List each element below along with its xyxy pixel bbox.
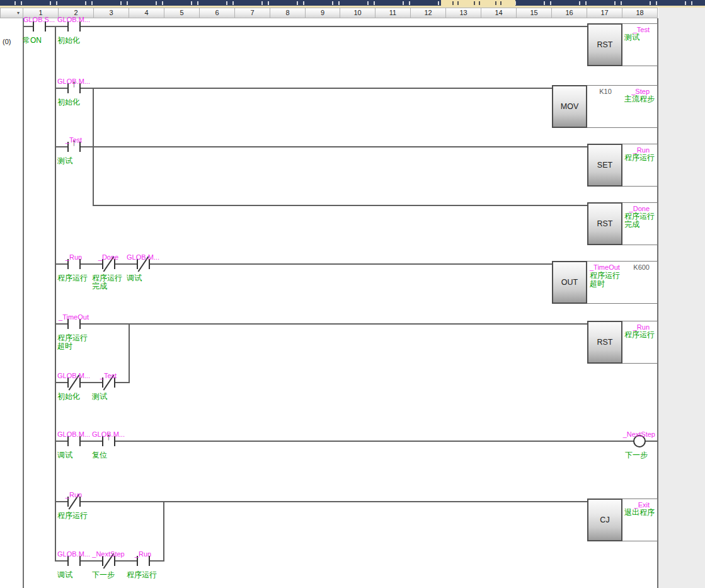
block-operand-label: _TimeOut (590, 263, 620, 271)
operand-label: _TimeOut (59, 313, 89, 321)
branch-rail (55, 26, 56, 562)
rung-line (55, 88, 552, 89)
right-side-panel (658, 8, 705, 588)
instruction-block-out[interactable]: OUT _TimeOut 程序运行 超时 K600 (552, 261, 658, 304)
operand-label: GLOB.M... (57, 430, 90, 438)
block-operand-comment: 程序运行 超时 (590, 272, 620, 288)
operand-label: GLOB.M... (57, 372, 90, 379)
coil-operand-label: _NextStep (567, 430, 655, 438)
operand-comment: 常ON (23, 37, 42, 45)
header-corner[interactable]: ▾ (0, 8, 23, 18)
instruction-op: RST (587, 202, 622, 245)
column-header-18[interactable]: 18 (622, 8, 658, 18)
rung-line (55, 323, 587, 325)
operand-label: GLOB.M... (57, 78, 90, 85)
instruction-block-mov[interactable]: MOV K10 _Step 主流程步 (552, 85, 658, 128)
instruction-op: OUT (552, 261, 587, 304)
rung-line (55, 441, 658, 442)
column-header-11[interactable]: 11 (375, 8, 411, 18)
operand-label: _Run (135, 550, 151, 558)
operand-comment: 程序运行 (57, 512, 88, 520)
block-operand-comment: 程序运行 (624, 331, 655, 339)
operand-comment: 初始化 (57, 98, 80, 107)
column-header-14[interactable]: 14 (481, 8, 517, 18)
coil-operand-comment: 下一步 (625, 451, 648, 459)
operand-comment: 复位 (92, 451, 107, 459)
operand-label: _Run (66, 491, 82, 499)
operand-comment: 初始化 (57, 393, 80, 401)
toolbar-icon-fragments (446, 1, 512, 5)
instruction-block-rst[interactable]: RST _Test 测试 (587, 23, 658, 66)
toolbar-strip[interactable] (0, 0, 705, 8)
ladder-editor: ▾ 1 2 3 4 5 6 7 8 9 10 11 12 13 14 15 16… (0, 0, 705, 588)
left-power-rail (23, 18, 24, 588)
column-header-15[interactable]: 15 (517, 8, 552, 18)
instruction-block-rst[interactable]: RST _Run 程序运行 (587, 321, 658, 364)
instruction-op: CJ (587, 499, 622, 541)
block-constant: K10 (588, 88, 623, 95)
instruction-op: RST (587, 23, 622, 66)
block-operand-comment: 退出程序 (624, 509, 655, 517)
operand-label: GLOB.M... (127, 253, 159, 261)
column-header-17[interactable]: 17 (587, 8, 622, 18)
instruction-block-rst[interactable]: RST _Done 程序运行 完成 (587, 202, 658, 245)
operand-label: _Test (100, 372, 117, 379)
operand-label: _Test (66, 136, 82, 144)
column-header-13[interactable]: 13 (446, 8, 481, 18)
column-header-7[interactable]: 7 (235, 8, 270, 18)
block-operand-comment: 主流程步 (624, 95, 655, 103)
operand-comment: 初始化 (57, 37, 80, 45)
operand-label: _Run (66, 253, 82, 261)
operand-label: GLOB.M... (57, 550, 90, 558)
block-operand-comment: 程序运行 (624, 154, 655, 162)
toolbar-icon-fragments (0, 1, 705, 5)
rung-line (55, 263, 552, 265)
operand-comment: 程序运行 完成 (92, 274, 122, 291)
operand-comment: 测试 (57, 157, 72, 165)
rung-line (55, 146, 587, 147)
instruction-block-set[interactable]: SET _Run 程序运行 (587, 144, 658, 187)
block-constant: K600 (633, 263, 650, 271)
operand-label: _NextStep (92, 550, 124, 558)
operand-comment: 下一步 (92, 571, 115, 579)
column-header-5[interactable]: 5 (164, 8, 200, 18)
rung-line (55, 382, 129, 383)
operand-comment: 调试 (57, 571, 72, 579)
operand-comment: 调试 (127, 274, 142, 282)
operand-comment: 测试 (92, 393, 107, 401)
operand-comment: 调试 (57, 451, 72, 459)
operand-label: _Done (98, 253, 118, 261)
operand-comment: 程序运行 (57, 274, 88, 282)
column-header-6[interactable]: 6 (200, 8, 235, 18)
column-header-12[interactable]: 12 (411, 8, 446, 18)
branch-line (129, 323, 130, 383)
instruction-op: MOV (552, 85, 587, 128)
rung-line (23, 26, 587, 27)
instruction-block-cj[interactable]: CJ _Exit 退出程序 (587, 499, 658, 541)
operand-comment: 程序运行 超时 (57, 334, 88, 350)
column-header-9[interactable]: 9 (306, 8, 340, 18)
column-header-8[interactable]: 8 (270, 8, 306, 18)
operand-label: GLOB.M... (92, 430, 125, 438)
block-operand-comment: 程序运行 完成 (624, 212, 655, 229)
instruction-op: SET (587, 144, 622, 187)
rung-line (55, 501, 587, 502)
column-header-4[interactable]: 4 (129, 8, 164, 18)
branch-line (163, 501, 164, 562)
instruction-op: RST (587, 321, 622, 364)
step-number: (0) (3, 38, 11, 45)
operand-comment: 程序运行 (127, 571, 157, 579)
column-header-10[interactable]: 10 (340, 8, 375, 18)
column-header-16[interactable]: 16 (552, 8, 587, 18)
block-operand-comment: 测试 (624, 33, 639, 42)
operand-label: GLOB.S... (23, 16, 55, 23)
operand-label: GLOB.M... (57, 16, 90, 23)
column-header-3[interactable]: 3 (94, 8, 129, 18)
rung-line (93, 205, 587, 206)
